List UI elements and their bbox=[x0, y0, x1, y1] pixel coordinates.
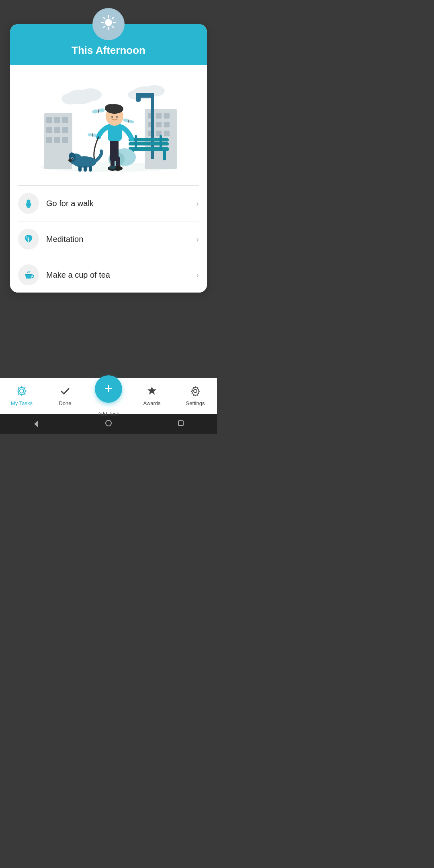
svg-point-69 bbox=[72, 158, 73, 159]
svg-rect-18 bbox=[46, 137, 52, 143]
done-icon bbox=[60, 386, 70, 399]
svg-line-89 bbox=[18, 388, 19, 389]
svg-point-59 bbox=[111, 116, 113, 118]
add-task-button[interactable]: + bbox=[95, 375, 122, 403]
svg-line-90 bbox=[25, 394, 25, 395]
task-item-tea[interactable]: Make a cup of tea › bbox=[10, 257, 207, 293]
svg-rect-12 bbox=[46, 117, 52, 123]
main-content: This Afternoon bbox=[0, 0, 217, 378]
my-tasks-icon bbox=[16, 386, 27, 399]
task-label-meditation: Meditation bbox=[46, 235, 196, 244]
chevron-icon-walk: › bbox=[196, 199, 199, 208]
back-button[interactable] bbox=[29, 417, 43, 431]
main-card: This Afternoon bbox=[10, 24, 207, 293]
system-nav bbox=[0, 414, 217, 434]
add-task-label: Add Task bbox=[98, 411, 119, 417]
svg-rect-17 bbox=[62, 127, 68, 133]
svg-rect-39 bbox=[136, 93, 141, 102]
app-container: This Afternoon bbox=[0, 0, 217, 434]
svg-rect-20 bbox=[62, 137, 68, 143]
svg-rect-66 bbox=[84, 166, 87, 172]
plus-icon: + bbox=[104, 381, 113, 396]
done-label: Done bbox=[59, 400, 71, 406]
svg-point-64 bbox=[68, 159, 72, 162]
nav-done[interactable]: Done bbox=[43, 378, 87, 414]
svg-rect-14 bbox=[62, 117, 68, 123]
svg-rect-46 bbox=[160, 135, 162, 150]
svg-rect-26 bbox=[156, 122, 162, 127]
svg-rect-24 bbox=[164, 113, 170, 119]
svg-rect-82 bbox=[25, 274, 32, 275]
svg-rect-65 bbox=[78, 166, 82, 172]
svg-rect-30 bbox=[164, 131, 170, 136]
svg-point-84 bbox=[20, 389, 24, 393]
svg-rect-15 bbox=[46, 127, 52, 133]
svg-rect-44 bbox=[163, 150, 166, 160]
svg-line-7 bbox=[112, 17, 114, 19]
illustration-area bbox=[10, 65, 207, 185]
chevron-icon-tea: › bbox=[196, 270, 199, 280]
svg-rect-19 bbox=[54, 137, 60, 143]
svg-rect-97 bbox=[178, 421, 183, 426]
settings-icon bbox=[190, 386, 201, 399]
svg-point-96 bbox=[106, 420, 111, 426]
svg-line-5 bbox=[104, 17, 105, 19]
svg-marker-95 bbox=[34, 420, 38, 428]
card-title: This Afternoon bbox=[72, 44, 145, 56]
svg-point-94 bbox=[194, 389, 197, 393]
task-label-walk: Go for a walk bbox=[46, 199, 196, 208]
svg-line-78 bbox=[92, 133, 93, 137]
svg-point-60 bbox=[116, 116, 118, 118]
svg-point-54 bbox=[109, 166, 116, 169]
nav-add-task[interactable]: + Add Task bbox=[87, 378, 130, 414]
chevron-icon-meditation: › bbox=[196, 235, 199, 244]
awards-icon bbox=[147, 386, 157, 399]
nav-awards[interactable]: Awards bbox=[130, 378, 174, 414]
svg-point-32 bbox=[79, 88, 102, 101]
awards-label: Awards bbox=[143, 400, 160, 406]
task-icon-tea bbox=[18, 264, 39, 285]
svg-marker-93 bbox=[147, 387, 156, 395]
nav-settings[interactable]: Settings bbox=[174, 378, 217, 414]
task-item-meditation[interactable]: Meditation › bbox=[10, 221, 207, 257]
svg-point-33 bbox=[61, 93, 79, 104]
svg-point-0 bbox=[105, 19, 112, 26]
svg-line-6 bbox=[112, 26, 114, 28]
my-tasks-label: My Tasks bbox=[11, 400, 33, 406]
svg-rect-23 bbox=[156, 113, 162, 119]
sun-icon bbox=[100, 14, 117, 35]
task-label-tea: Make a cup of tea bbox=[46, 270, 196, 280]
svg-rect-13 bbox=[54, 117, 60, 123]
svg-rect-16 bbox=[54, 127, 60, 133]
task-icon-walk bbox=[18, 193, 39, 214]
bottom-nav: My Tasks Done + Add Task A bbox=[0, 378, 217, 414]
task-icon-meditation bbox=[18, 229, 39, 250]
task-item-walk[interactable]: Go for a walk › bbox=[10, 186, 207, 221]
time-of-day-icon bbox=[92, 8, 125, 40]
svg-line-91 bbox=[25, 388, 25, 389]
settings-label: Settings bbox=[186, 400, 205, 406]
svg-line-92 bbox=[18, 394, 19, 395]
svg-rect-27 bbox=[164, 122, 170, 127]
nav-my-tasks[interactable]: My Tasks bbox=[0, 378, 43, 414]
svg-rect-67 bbox=[89, 166, 92, 172]
recent-button[interactable] bbox=[174, 417, 188, 431]
svg-line-8 bbox=[104, 26, 105, 28]
svg-rect-45 bbox=[135, 135, 137, 150]
svg-point-58 bbox=[105, 104, 116, 112]
svg-rect-81 bbox=[27, 206, 30, 208]
home-button[interactable] bbox=[101, 417, 116, 431]
